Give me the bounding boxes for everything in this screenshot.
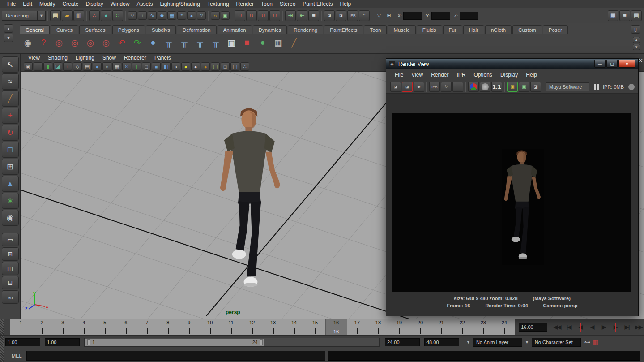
timeline-frame-18[interactable]: 18 xyxy=(367,319,388,335)
menu-item-toon[interactable]: Toon xyxy=(257,1,276,7)
rv-render-region-icon[interactable]: ◪ xyxy=(402,82,413,92)
outliner-persp-layout-button[interactable]: ◫ xyxy=(2,262,19,275)
minimize-button[interactable]: — xyxy=(594,60,606,68)
menu-item-assets[interactable]: Assets xyxy=(133,1,156,7)
transparent-cube-icon[interactable]: ◧ xyxy=(162,62,171,71)
pane-close-icon[interactable]: ✕ xyxy=(638,57,643,64)
isolate-double-icon[interactable]: ◫ xyxy=(230,62,239,71)
go-to-end-button[interactable]: ▶▶ xyxy=(633,322,644,332)
shelf-scroll-down-icon[interactable]: ▼ xyxy=(633,44,640,50)
paint-selection-tool[interactable]: ╱ xyxy=(2,90,19,107)
playback-start-field[interactable]: 1.00 xyxy=(45,338,80,346)
outputs-from-selected-icon[interactable]: ⇤ xyxy=(297,10,307,21)
pause-ipr-icon[interactable] xyxy=(594,84,599,90)
select-tool[interactable]: ↖ xyxy=(2,56,19,73)
highlight-selection-icon[interactable]: ▣ xyxy=(221,11,230,20)
shelf-menu-arrow-icon[interactable]: ▾ xyxy=(4,34,13,42)
four-pane-layout-button[interactable]: ⊞ xyxy=(2,247,19,261)
timeline-frame-11[interactable]: 11 xyxy=(221,319,242,335)
last-tool-used[interactable]: ◉ xyxy=(2,210,19,226)
ghost-icon[interactable]: ⊙ xyxy=(122,62,131,71)
timeline-frame-21[interactable]: 21 xyxy=(431,319,452,335)
open-render-view-icon[interactable]: ◪ xyxy=(324,10,335,21)
menu-item-stereo[interactable]: Stereo xyxy=(276,1,299,7)
menu-item-edit[interactable]: Edit xyxy=(19,1,36,7)
menu-item-display[interactable]: Display xyxy=(82,1,107,7)
tool-settings-icon[interactable]: ≡ xyxy=(619,10,630,21)
playback-range-bar[interactable]: 1 24 xyxy=(85,339,264,346)
shaded-cube-icon[interactable]: ■ xyxy=(152,62,161,71)
close-button[interactable]: ✕ xyxy=(618,60,635,68)
character-model[interactable] xyxy=(210,106,291,296)
shelf-help-icon[interactable]: ? xyxy=(36,35,51,50)
set-key-icon[interactable]: ⊶ xyxy=(584,339,590,345)
pan-zoom-icon[interactable]: + xyxy=(63,62,72,71)
timeline-frame-9[interactable]: 9 xyxy=(179,319,200,335)
save-scene-icon[interactable]: ▥ xyxy=(73,10,84,21)
shelf-paint-brush-icon[interactable]: ╱ xyxy=(287,35,301,50)
shelf-tab-deformation[interactable]: Deformation xyxy=(177,25,217,34)
shelf-tab-hair[interactable]: Hair xyxy=(463,25,484,34)
mask-points-icon[interactable]: + xyxy=(138,11,147,20)
anim-layer-selector[interactable]: No Anim Layer xyxy=(473,338,522,347)
step-forward-key-button[interactable]: ▶ xyxy=(610,322,621,332)
channel-box-icon[interactable]: ▤ xyxy=(631,10,642,21)
menu-set-selector[interactable]: Rendering ▼ xyxy=(2,11,46,21)
panel-menu-item-panels[interactable]: Panels xyxy=(151,55,174,61)
snap-to-curves-icon[interactable]: ∪ xyxy=(246,10,257,21)
timeline-frame-24[interactable]: 24 xyxy=(494,319,515,335)
render-view-menu-item-options[interactable]: Options xyxy=(470,72,496,78)
mask-filter-icon[interactable]: ▽ xyxy=(128,11,137,20)
z-input[interactable] xyxy=(460,12,478,20)
menu-item-help[interactable]: Help xyxy=(337,1,355,7)
shelf-tab-fur[interactable]: Fur xyxy=(443,25,462,34)
mask-dynamics-icon[interactable]: * xyxy=(177,11,186,20)
character-set-selector[interactable]: No Character Set xyxy=(532,338,581,347)
select-camera-icon[interactable]: ◉ xyxy=(24,62,33,71)
default-material-icon[interactable]: ○ xyxy=(102,62,111,71)
timeline-frame-2[interactable]: 2 xyxy=(31,319,52,335)
rv-open-options-icon[interactable]: ◪ xyxy=(530,82,541,92)
shelf-scroll-up-icon[interactable]: ▲ xyxy=(633,37,640,43)
command-result-output[interactable] xyxy=(328,351,640,361)
drag-handle[interactable] xyxy=(0,336,4,349)
shelf-tab-animation[interactable]: Animation xyxy=(218,25,252,34)
render-settings-icon[interactable]: ∷ xyxy=(359,10,370,21)
shelf-camera-track-icon[interactable]: ◎ xyxy=(83,35,98,50)
shelf-delete-unused-icon[interactable]: ● xyxy=(146,35,160,50)
shelf-node-network-3-icon[interactable]: ╥ xyxy=(193,35,207,50)
hierarchy-mode-icon[interactable]: ∴ xyxy=(89,10,100,21)
xray-icon[interactable]: ▦ xyxy=(112,62,121,71)
chevron-down-icon[interactable]: ▼ xyxy=(466,340,470,345)
play-forwards-button[interactable]: ▶ xyxy=(598,322,609,332)
render-current-frame-icon[interactable]: ◪ xyxy=(336,10,346,21)
timeline-frame-20[interactable]: 20 xyxy=(409,319,431,335)
range-end-handle[interactable] xyxy=(260,339,263,345)
camera-attributes-icon[interactable]: ≡ xyxy=(34,62,43,71)
menu-item-lighting-shading[interactable]: Lighting/Shading xyxy=(156,1,203,7)
render-view-titlebar[interactable]: ◈ Render View — ▢ ✕ xyxy=(386,59,638,69)
x-input[interactable] xyxy=(403,12,422,20)
menu-item-render[interactable]: Render xyxy=(233,1,257,7)
snap-to-grids-icon[interactable]: ∪ xyxy=(235,10,245,21)
snap-to-points-icon[interactable]: ∪ xyxy=(258,10,269,21)
shelf-select-geometry-icon[interactable]: ● xyxy=(256,35,270,50)
rotate-tool[interactable]: ↻ xyxy=(2,125,19,141)
image-plane-icon[interactable]: ◪ xyxy=(53,62,62,71)
timeline-frame-15[interactable]: 15 xyxy=(305,319,326,335)
lock-selection-icon[interactable]: ∩ xyxy=(211,11,220,20)
checker-sphere-icon[interactable]: ◑ xyxy=(171,62,180,71)
play-backwards-button[interactable]: ◀ xyxy=(587,322,597,332)
step-back-frame-button[interactable]: |◀ xyxy=(563,322,574,332)
mask-curves-icon[interactable]: ∿ xyxy=(148,11,157,20)
animation-end-field[interactable]: 48.00 xyxy=(424,338,459,346)
menu-item-create[interactable]: Create xyxy=(59,1,82,7)
flat-light-icon[interactable]: ● xyxy=(191,62,200,71)
go-to-start-button[interactable]: ◀◀ xyxy=(552,322,563,332)
shelf-tab-general[interactable]: General xyxy=(20,25,50,34)
shelf-film-magnify-icon[interactable]: ◉ xyxy=(21,35,35,50)
panel-menu-item-view[interactable]: View xyxy=(25,55,43,61)
shelf-camera-crane-icon[interactable]: ◎ xyxy=(99,35,113,50)
isolate-cube-icon[interactable]: □ xyxy=(221,62,230,71)
y-input[interactable] xyxy=(431,12,450,20)
